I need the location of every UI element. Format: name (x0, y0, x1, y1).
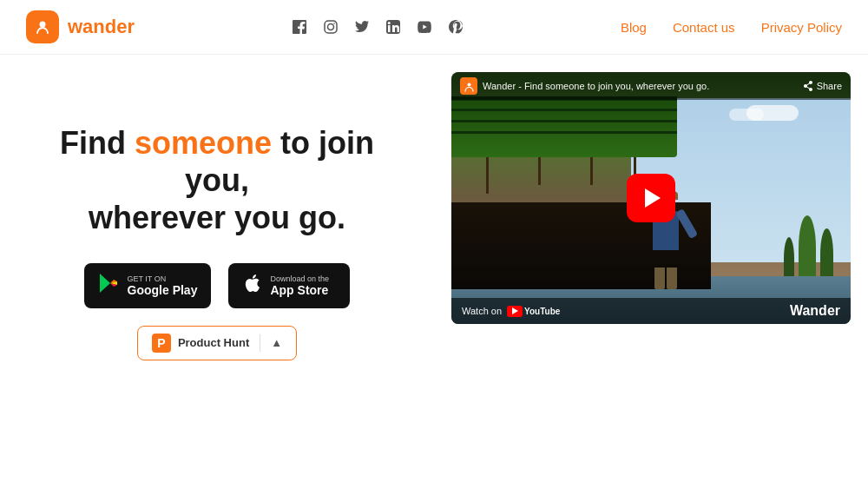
svg-point-13 (467, 83, 470, 86)
logo-icon (26, 10, 59, 43)
youtube-play-icon (512, 307, 518, 314)
app-buttons: GET IT ON Google Play Download on the Ap… (35, 263, 399, 308)
pinterest-icon[interactable] (446, 17, 465, 36)
youtube-icon (507, 306, 523, 317)
video-share-label: Share (817, 81, 842, 91)
hero-headline: Find someone to join you, wherever you g… (35, 124, 399, 237)
google-play-text: GET IT ON Google Play (128, 274, 198, 297)
svg-point-3 (327, 24, 333, 30)
svg-point-4 (333, 23, 335, 24)
google-play-small: GET IT ON (128, 274, 198, 283)
app-store-icon (242, 273, 263, 299)
product-hunt-count: ▲ (271, 336, 282, 349)
main-content: Find someone to join you, wherever you g… (0, 55, 868, 489)
svg-point-1 (40, 22, 46, 28)
svg-rect-6 (388, 25, 391, 32)
right-side: Wander - Find someone to join you, where… (434, 55, 868, 489)
svg-rect-2 (325, 21, 337, 33)
headline-line2: wherever you go. (89, 200, 345, 235)
video-wander-icon (460, 77, 477, 95)
app-store-button[interactable]: Download on the App Store (228, 263, 350, 308)
product-hunt-icon: P (152, 334, 171, 353)
svg-marker-8 (100, 274, 110, 293)
video-header: Wander - Find someone to join you, where… (451, 72, 851, 100)
instagram-icon[interactable] (321, 17, 340, 36)
header: wander (0, 0, 868, 55)
play-button[interactable] (627, 174, 675, 222)
product-hunt-button[interactable]: P Product Hunt ▲ (137, 326, 297, 360)
video-header-left: Wander - Find someone to join you, where… (460, 77, 709, 95)
logo-area: wander (26, 10, 135, 43)
app-store-big: App Store (270, 283, 329, 297)
app-store-text: Download on the App Store (270, 274, 329, 297)
nav-blog[interactable]: Blog (621, 20, 647, 35)
logo-text: wander (68, 16, 135, 38)
social-icons (290, 17, 465, 36)
headline-start: Find (60, 125, 135, 161)
video-footer: Watch on YouTube Wander (451, 298, 851, 324)
video-share-button[interactable]: Share (803, 81, 842, 91)
svg-point-7 (388, 22, 391, 24)
ph-divider (260, 334, 260, 352)
google-play-icon (98, 272, 121, 300)
linkedin-icon[interactable] (384, 17, 403, 36)
nav-contact[interactable]: Contact us (673, 20, 735, 35)
twitter-icon[interactable] (352, 17, 372, 36)
google-play-button[interactable]: GET IT ON Google Play (84, 263, 212, 308)
play-triangle-icon (645, 188, 661, 208)
nav-links: Blog Contact us Privacy Policy (621, 20, 842, 35)
watch-on-text: Watch on (462, 306, 502, 316)
watch-on-label: Watch on YouTube (462, 306, 560, 317)
app-store-small: Download on the (270, 274, 329, 283)
left-side: Find someone to join you, wherever you g… (0, 55, 434, 489)
youtube-text: YouTube (524, 307, 560, 316)
youtube-logo: YouTube (507, 306, 560, 317)
product-hunt-text: Product Hunt (178, 336, 249, 349)
facebook-icon[interactable] (290, 17, 309, 36)
video-title: Wander - Find someone to join you, where… (483, 81, 709, 91)
youtube-icon[interactable] (415, 17, 434, 36)
google-play-big: Google Play (128, 283, 198, 297)
hero-section: Find someone to join you, wherever you g… (35, 81, 399, 360)
video-watermark: Wander (790, 303, 840, 319)
headline-highlight: someone (135, 125, 272, 161)
nav-privacy[interactable]: Privacy Policy (761, 20, 842, 35)
video-thumbnail[interactable]: Wander - Find someone to join you, where… (451, 72, 851, 324)
